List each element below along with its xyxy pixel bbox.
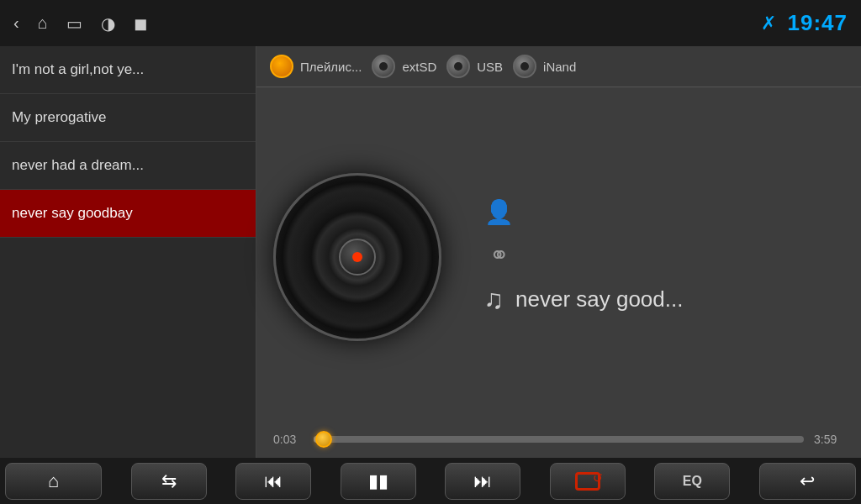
playlist-panel: I'm not a girl,not ye...My prerogativene… (0, 46, 256, 458)
back-button[interactable]: ↩ (759, 463, 856, 500)
shield-nav-icon[interactable]: ◑ (101, 13, 115, 34)
prev-icon: ⏮ (264, 470, 283, 492)
album-icon: ⚭ (483, 241, 514, 269)
shuffle-button[interactable]: ⇆ (131, 463, 207, 500)
tab-label: USB (477, 60, 503, 74)
total-time: 3:59 (814, 433, 844, 446)
bottom-bar: ⌂ ⇆ ⏮ ▮▮ ⏭ ↺ EQ ↩ (0, 458, 861, 504)
home-nav-icon[interactable]: ⌂ (38, 13, 48, 33)
player-main: 👤 ⚭ ♫ never say good... (256, 87, 861, 426)
playlist-item[interactable]: I'm not a girl,not ye... (0, 46, 256, 94)
back-icon: ↩ (800, 470, 815, 492)
playlist-item[interactable]: never say goodbay (0, 190, 256, 238)
home-button[interactable]: ⌂ (5, 463, 102, 500)
pause-button[interactable]: ▮▮ (341, 463, 416, 500)
vinyl-disc-container (273, 173, 441, 341)
artist-icon: 👤 (483, 198, 514, 226)
nav-buttons: ‹ ⌂ ▭ ◑ ◼ (13, 13, 148, 34)
progress-thumb[interactable] (315, 431, 332, 448)
repeat-button[interactable]: ↺ (550, 463, 626, 500)
source-tab[interactable]: iNand (513, 55, 576, 78)
clock-display: 19:47 (788, 10, 848, 36)
tab-label: extSD (402, 60, 436, 74)
main-content: I'm not a girl,not ye...My prerogativene… (0, 46, 861, 458)
artist-row: 👤 (483, 198, 844, 226)
eq-label: EQ (683, 474, 702, 489)
status-area: ✗ 19:47 (761, 10, 848, 36)
playlist-item[interactable]: never had a dream... (0, 142, 256, 190)
next-icon: ⏭ (473, 470, 492, 492)
playlist-item[interactable]: My prerogative (0, 94, 256, 142)
tab-circle-icon (372, 55, 395, 78)
next-button[interactable]: ⏭ (445, 463, 520, 500)
source-tabs: Плейлис...extSDUSBiNand (256, 46, 861, 87)
pause-icon: ▮▮ (368, 470, 388, 492)
shuffle-icon: ⇆ (161, 470, 177, 492)
vinyl-disc (273, 173, 441, 341)
music-note-icon: ♫ (483, 284, 504, 315)
tab-label: Плейлис... (300, 60, 362, 74)
source-tab[interactable]: extSD (372, 55, 436, 78)
back-nav-icon[interactable]: ‹ (13, 13, 19, 33)
progress-section: 0:03 3:59 (256, 426, 861, 458)
tab-circle-icon (270, 55, 293, 78)
progress-row: 0:03 3:59 (273, 433, 844, 446)
track-title-row: ♫ never say good... (483, 284, 844, 315)
track-info: 👤 ⚭ ♫ never say good... (458, 198, 844, 315)
gallery-nav-icon[interactable]: ◼ (134, 13, 148, 34)
recent-nav-icon[interactable]: ▭ (66, 13, 82, 34)
prev-button[interactable]: ⏮ (235, 463, 311, 500)
player-area: Плейлис...extSDUSBiNand 👤 ⚭ ♫ never say … (256, 46, 861, 458)
repeat-icon: ↺ (575, 472, 600, 491)
album-row: ⚭ (483, 241, 844, 269)
source-tab[interactable]: Плейлис... (270, 55, 362, 78)
tab-circle-icon (513, 55, 536, 78)
tab-label: iNand (543, 60, 576, 74)
bluetooth-icon: ✗ (761, 13, 776, 34)
progress-track[interactable] (314, 436, 804, 443)
top-bar: ‹ ⌂ ▭ ◑ ◼ ✗ 19:47 (0, 0, 861, 46)
home-icon: ⌂ (48, 470, 59, 492)
tab-circle-icon (446, 55, 470, 78)
eq-button[interactable]: EQ (654, 463, 730, 500)
source-tab[interactable]: USB (446, 55, 503, 78)
current-time: 0:03 (273, 433, 304, 446)
track-title-text: never say good... (515, 286, 683, 312)
